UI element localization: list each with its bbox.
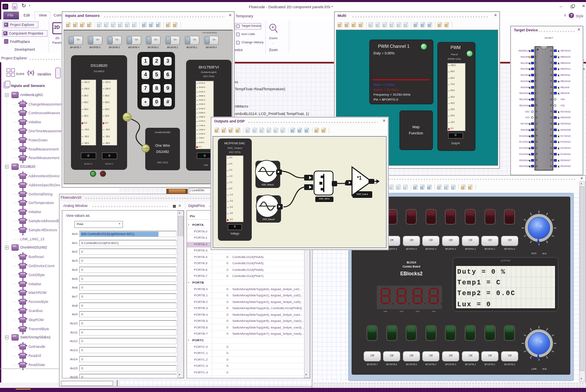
svg-text:*1: *1 (357, 175, 362, 181)
